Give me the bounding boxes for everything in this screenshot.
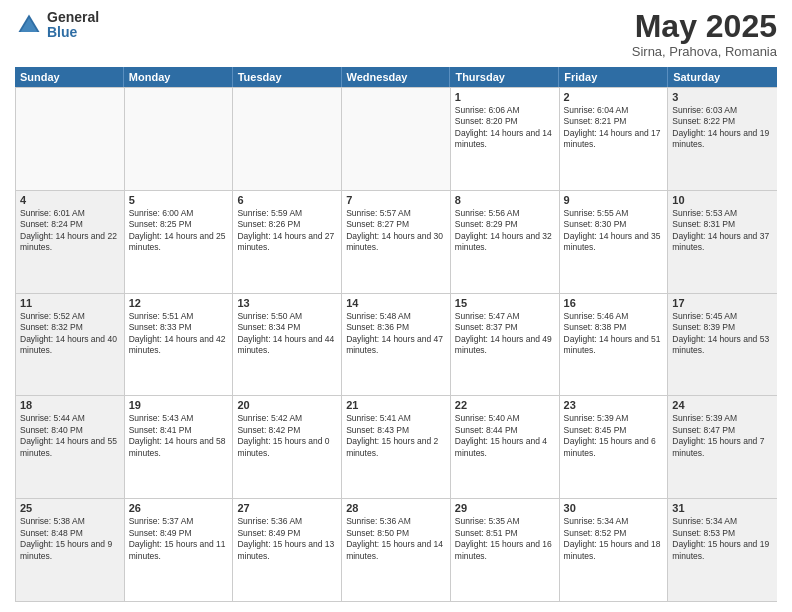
- day-number: 30: [564, 502, 664, 514]
- day-number: 9: [564, 194, 664, 206]
- table-row: 25 Sunrise: 5:38 AM Sunset: 8:48 PM Dayl…: [16, 499, 125, 601]
- table-row: 3 Sunrise: 6:03 AM Sunset: 8:22 PM Dayli…: [668, 88, 777, 190]
- day-number: 7: [346, 194, 446, 206]
- cell-content: Sunrise: 5:55 AM Sunset: 8:30 PM Dayligh…: [564, 208, 664, 254]
- day-number: 6: [237, 194, 337, 206]
- day-number: 21: [346, 399, 446, 411]
- day-number: 26: [129, 502, 229, 514]
- cell-content: Sunrise: 5:57 AM Sunset: 8:27 PM Dayligh…: [346, 208, 446, 254]
- table-row: 6 Sunrise: 5:59 AM Sunset: 8:26 PM Dayli…: [233, 191, 342, 293]
- calendar-body: 1 Sunrise: 6:06 AM Sunset: 8:20 PM Dayli…: [15, 87, 777, 602]
- calendar-row-2: 4 Sunrise: 6:01 AM Sunset: 8:24 PM Dayli…: [16, 190, 777, 293]
- cell-content: Sunrise: 5:39 AM Sunset: 8:47 PM Dayligh…: [672, 413, 773, 459]
- day-number: 1: [455, 91, 555, 103]
- header-sunday: Sunday: [15, 67, 124, 87]
- cell-content: Sunrise: 5:47 AM Sunset: 8:37 PM Dayligh…: [455, 311, 555, 357]
- table-row: 11 Sunrise: 5:52 AM Sunset: 8:32 PM Dayl…: [16, 294, 125, 396]
- table-row: 29 Sunrise: 5:35 AM Sunset: 8:51 PM Dayl…: [451, 499, 560, 601]
- table-row: 22 Sunrise: 5:40 AM Sunset: 8:44 PM Dayl…: [451, 396, 560, 498]
- logo-general-text: General: [47, 10, 99, 25]
- day-number: 28: [346, 502, 446, 514]
- table-row: 21 Sunrise: 5:41 AM Sunset: 8:43 PM Dayl…: [342, 396, 451, 498]
- cell-content: Sunrise: 5:50 AM Sunset: 8:34 PM Dayligh…: [237, 311, 337, 357]
- table-row: 9 Sunrise: 5:55 AM Sunset: 8:30 PM Dayli…: [560, 191, 669, 293]
- table-row: 30 Sunrise: 5:34 AM Sunset: 8:52 PM Dayl…: [560, 499, 669, 601]
- table-row: 2 Sunrise: 6:04 AM Sunset: 8:21 PM Dayli…: [560, 88, 669, 190]
- cell-content: Sunrise: 5:36 AM Sunset: 8:49 PM Dayligh…: [237, 516, 337, 562]
- cell-content: Sunrise: 5:45 AM Sunset: 8:39 PM Dayligh…: [672, 311, 773, 357]
- cell-content: Sunrise: 5:34 AM Sunset: 8:53 PM Dayligh…: [672, 516, 773, 562]
- cell-content: Sunrise: 5:46 AM Sunset: 8:38 PM Dayligh…: [564, 311, 664, 357]
- cell-content: Sunrise: 5:41 AM Sunset: 8:43 PM Dayligh…: [346, 413, 446, 459]
- table-row: 18 Sunrise: 5:44 AM Sunset: 8:40 PM Dayl…: [16, 396, 125, 498]
- day-number: 18: [20, 399, 120, 411]
- calendar-row-5: 25 Sunrise: 5:38 AM Sunset: 8:48 PM Dayl…: [16, 498, 777, 601]
- cell-content: Sunrise: 5:48 AM Sunset: 8:36 PM Dayligh…: [346, 311, 446, 357]
- page: General Blue May 2025 Sirna, Prahova, Ro…: [0, 0, 792, 612]
- logo-icon: [15, 11, 43, 39]
- table-row: 1 Sunrise: 6:06 AM Sunset: 8:20 PM Dayli…: [451, 88, 560, 190]
- cell-content: Sunrise: 6:03 AM Sunset: 8:22 PM Dayligh…: [672, 105, 773, 151]
- month-title: May 2025: [632, 10, 777, 42]
- location-subtitle: Sirna, Prahova, Romania: [632, 44, 777, 59]
- table-row: 7 Sunrise: 5:57 AM Sunset: 8:27 PM Dayli…: [342, 191, 451, 293]
- cell-content: Sunrise: 5:36 AM Sunset: 8:50 PM Dayligh…: [346, 516, 446, 562]
- cell-content: Sunrise: 5:37 AM Sunset: 8:49 PM Dayligh…: [129, 516, 229, 562]
- table-row: 20 Sunrise: 5:42 AM Sunset: 8:42 PM Dayl…: [233, 396, 342, 498]
- day-number: 29: [455, 502, 555, 514]
- table-row: 10 Sunrise: 5:53 AM Sunset: 8:31 PM Dayl…: [668, 191, 777, 293]
- day-number: 8: [455, 194, 555, 206]
- cell-content: Sunrise: 5:35 AM Sunset: 8:51 PM Dayligh…: [455, 516, 555, 562]
- table-row: 31 Sunrise: 5:34 AM Sunset: 8:53 PM Dayl…: [668, 499, 777, 601]
- header-saturday: Saturday: [668, 67, 777, 87]
- table-row: 16 Sunrise: 5:46 AM Sunset: 8:38 PM Dayl…: [560, 294, 669, 396]
- table-row: [342, 88, 451, 190]
- day-number: 12: [129, 297, 229, 309]
- cell-content: Sunrise: 5:34 AM Sunset: 8:52 PM Dayligh…: [564, 516, 664, 562]
- day-number: 5: [129, 194, 229, 206]
- day-number: 14: [346, 297, 446, 309]
- cell-content: Sunrise: 5:44 AM Sunset: 8:40 PM Dayligh…: [20, 413, 120, 459]
- table-row: 5 Sunrise: 6:00 AM Sunset: 8:25 PM Dayli…: [125, 191, 234, 293]
- table-row: 17 Sunrise: 5:45 AM Sunset: 8:39 PM Dayl…: [668, 294, 777, 396]
- header-monday: Monday: [124, 67, 233, 87]
- day-number: 16: [564, 297, 664, 309]
- table-row: 12 Sunrise: 5:51 AM Sunset: 8:33 PM Dayl…: [125, 294, 234, 396]
- day-number: 23: [564, 399, 664, 411]
- table-row: [233, 88, 342, 190]
- header-wednesday: Wednesday: [342, 67, 451, 87]
- table-row: 8 Sunrise: 5:56 AM Sunset: 8:29 PM Dayli…: [451, 191, 560, 293]
- table-row: 13 Sunrise: 5:50 AM Sunset: 8:34 PM Dayl…: [233, 294, 342, 396]
- calendar-row-3: 11 Sunrise: 5:52 AM Sunset: 8:32 PM Dayl…: [16, 293, 777, 396]
- logo-blue-text: Blue: [47, 25, 99, 40]
- table-row: [125, 88, 234, 190]
- table-row: 15 Sunrise: 5:47 AM Sunset: 8:37 PM Dayl…: [451, 294, 560, 396]
- cell-content: Sunrise: 5:56 AM Sunset: 8:29 PM Dayligh…: [455, 208, 555, 254]
- table-row: 28 Sunrise: 5:36 AM Sunset: 8:50 PM Dayl…: [342, 499, 451, 601]
- cell-content: Sunrise: 5:52 AM Sunset: 8:32 PM Dayligh…: [20, 311, 120, 357]
- day-number: 13: [237, 297, 337, 309]
- day-number: 22: [455, 399, 555, 411]
- logo: General Blue: [15, 10, 99, 41]
- day-number: 20: [237, 399, 337, 411]
- cell-content: Sunrise: 5:42 AM Sunset: 8:42 PM Dayligh…: [237, 413, 337, 459]
- day-number: 24: [672, 399, 773, 411]
- title-block: May 2025 Sirna, Prahova, Romania: [632, 10, 777, 59]
- table-row: 14 Sunrise: 5:48 AM Sunset: 8:36 PM Dayl…: [342, 294, 451, 396]
- cell-content: Sunrise: 5:39 AM Sunset: 8:45 PM Dayligh…: [564, 413, 664, 459]
- cell-content: Sunrise: 5:51 AM Sunset: 8:33 PM Dayligh…: [129, 311, 229, 357]
- cell-content: Sunrise: 5:38 AM Sunset: 8:48 PM Dayligh…: [20, 516, 120, 562]
- day-number: 17: [672, 297, 773, 309]
- table-row: 23 Sunrise: 5:39 AM Sunset: 8:45 PM Dayl…: [560, 396, 669, 498]
- day-number: 11: [20, 297, 120, 309]
- cell-content: Sunrise: 6:00 AM Sunset: 8:25 PM Dayligh…: [129, 208, 229, 254]
- table-row: 24 Sunrise: 5:39 AM Sunset: 8:47 PM Dayl…: [668, 396, 777, 498]
- calendar-row-4: 18 Sunrise: 5:44 AM Sunset: 8:40 PM Dayl…: [16, 395, 777, 498]
- table-row: 19 Sunrise: 5:43 AM Sunset: 8:41 PM Dayl…: [125, 396, 234, 498]
- cell-content: Sunrise: 6:06 AM Sunset: 8:20 PM Dayligh…: [455, 105, 555, 151]
- header-friday: Friday: [559, 67, 668, 87]
- day-number: 25: [20, 502, 120, 514]
- cell-content: Sunrise: 6:01 AM Sunset: 8:24 PM Dayligh…: [20, 208, 120, 254]
- day-number: 3: [672, 91, 773, 103]
- header-tuesday: Tuesday: [233, 67, 342, 87]
